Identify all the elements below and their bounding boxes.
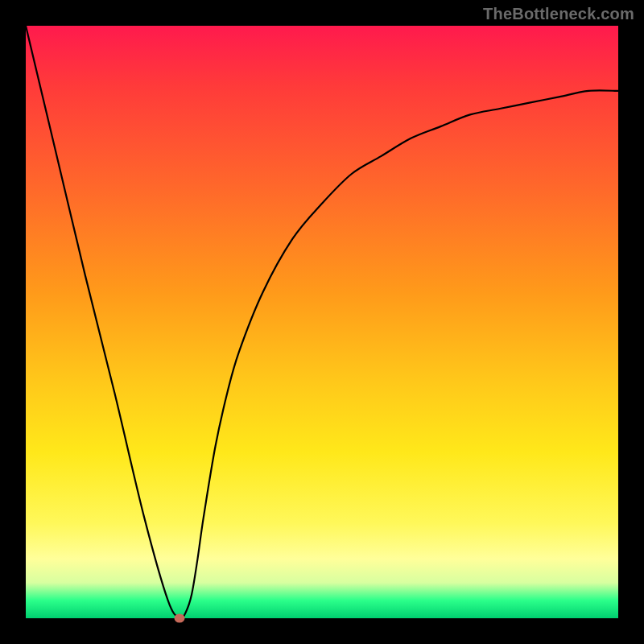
chart-plot-area	[26, 26, 618, 618]
chart-frame: TheBottleneck.com	[0, 0, 644, 644]
attribution-text: TheBottleneck.com	[483, 5, 634, 23]
bottleneck-curve	[26, 26, 618, 618]
optimal-point-marker	[175, 614, 185, 623]
